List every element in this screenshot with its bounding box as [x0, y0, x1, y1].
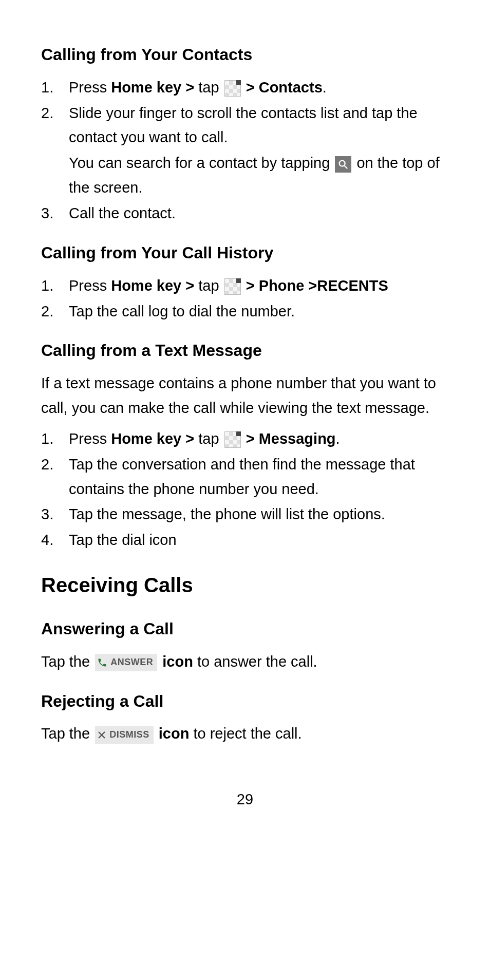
text-bold: > Phone >RECENTS: [246, 277, 388, 294]
list-item: 3. Tap the message, the phone will list …: [41, 502, 449, 527]
text: Press: [69, 430, 111, 447]
heading-receiving-calls: Receiving Calls: [41, 568, 449, 602]
svg-point-0: [340, 160, 345, 166]
list-number: 4.: [41, 528, 53, 553]
list-item: 2. Tap the call log to dial the number.: [41, 299, 449, 324]
text: Tap the call log to dial the number.: [69, 303, 295, 319]
apps-grid-icon: [224, 431, 241, 448]
text: Press: [69, 79, 111, 96]
list-item: 4. Tap the dial icon: [41, 528, 449, 553]
list-number: 3.: [41, 502, 53, 527]
list-item: 2. Slide your finger to scroll the conta…: [41, 101, 449, 200]
list-number: 2.: [41, 101, 53, 126]
list-number: 1.: [41, 76, 53, 100]
heading-answering: Answering a Call: [41, 615, 449, 643]
list-item: 1. Press Home key > tap > Contacts.: [41, 76, 449, 100]
text-bold: > Contacts: [246, 79, 323, 96]
text: Slide your finger to scroll the contacts…: [69, 105, 418, 146]
text: Tap the: [41, 653, 94, 670]
text-bold: icon: [159, 725, 190, 742]
list-item: 3. Call the contact.: [41, 201, 449, 226]
text: .: [336, 430, 340, 447]
svg-line-1: [345, 165, 348, 168]
answer-badge: ANSWER: [95, 654, 157, 671]
paragraph-reject: Tap the DISMISS icon to reject the call.: [41, 722, 449, 746]
list-number: 1.: [41, 274, 53, 298]
text: to reject the call.: [189, 725, 301, 742]
apps-grid-icon: [224, 278, 241, 295]
list-number: 2.: [41, 453, 53, 477]
dismiss-label: DISMISS: [109, 727, 149, 743]
list-call-history: 1. Press Home key > tap > Phone >RECENTS…: [41, 274, 449, 324]
close-icon: [97, 730, 106, 740]
heading-contacts: Calling from Your Contacts: [41, 41, 449, 68]
list-item: 2. Tap the conversation and then find th…: [41, 453, 449, 502]
text: tap: [198, 430, 223, 447]
text: Press: [69, 277, 111, 294]
heading-call-history: Calling from Your Call History: [41, 239, 449, 267]
list-text-message: 1. Press Home key > tap > Messaging. 2. …: [41, 427, 449, 553]
text: to answer the call.: [193, 653, 317, 670]
text: .: [323, 79, 327, 96]
text: Tap the: [41, 725, 94, 742]
text-bold: Home key >: [111, 277, 198, 294]
text-bold: Home key >: [111, 430, 198, 447]
text: You can search for a contact by tapping: [69, 155, 334, 171]
heading-rejecting: Rejecting a Call: [41, 688, 449, 715]
text: Tap the conversation and then find the m…: [69, 456, 415, 497]
list-number: 1.: [41, 427, 53, 451]
list-number: 3.: [41, 201, 53, 226]
text-bold: icon: [162, 653, 193, 670]
text: Tap the dial icon: [69, 532, 177, 548]
paragraph-answer: Tap the ANSWER icon to answer the call.: [41, 650, 449, 674]
intro-paragraph: If a text message contains a phone numbe…: [41, 371, 449, 421]
text-bold: > Messaging: [246, 430, 336, 447]
list-number: 2.: [41, 299, 53, 324]
list-contacts: 1. Press Home key > tap > Contacts. 2. S…: [41, 76, 449, 226]
search-icon: [335, 156, 351, 173]
text: Tap the message, the phone will list the…: [69, 506, 385, 522]
text: tap: [198, 79, 223, 96]
dismiss-badge: DISMISS: [95, 726, 154, 744]
text: tap: [198, 277, 223, 294]
answer-label: ANSWER: [110, 655, 153, 670]
text-bold: Home key >: [111, 79, 198, 96]
list-item: 1. Press Home key > tap > Phone >RECENTS: [41, 274, 449, 298]
apps-grid-icon: [224, 80, 241, 97]
text: Call the contact.: [69, 205, 176, 221]
phone-icon: [97, 657, 107, 668]
page-number: 29: [41, 787, 449, 812]
list-item: 1. Press Home key > tap > Messaging.: [41, 427, 449, 451]
heading-text-message: Calling from a Text Message: [41, 337, 449, 364]
